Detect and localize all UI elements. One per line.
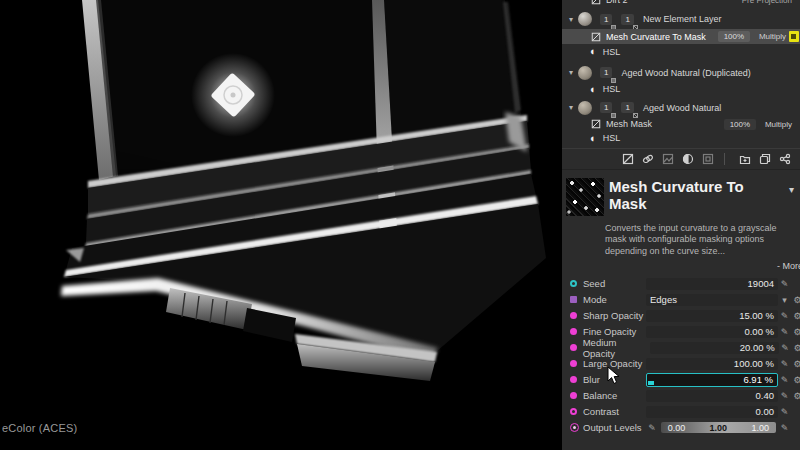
param-row-large-opacity: Large Opacity 100.00 % ✎ ⚙ [562, 356, 800, 372]
magenta-dot-icon [570, 376, 583, 383]
link-icon[interactable] [638, 153, 658, 165]
magenta-ring-icon [570, 408, 583, 415]
gear-icon[interactable]: ⚙ [791, 359, 800, 369]
expand-triangle-icon[interactable]: ▾ [569, 103, 578, 112]
levels-high[interactable]: 1.00 [751, 423, 769, 433]
viewport-3d[interactable]: eColor (ACES) [0, 0, 562, 450]
seed-value-field[interactable]: 19004 [646, 278, 778, 290]
layer-row-aged-wood-duplicated[interactable]: ▾ 1 Aged Wood Natural (Duplicated) [562, 63, 800, 82]
gear-icon[interactable]: ⚙ [791, 311, 800, 321]
colorspace-label: eColor (ACES) [2, 422, 77, 434]
selection-marker-icon[interactable] [789, 31, 799, 42]
layer-row-hsl[interactable]: ◐ HSL [562, 131, 800, 145]
gear-icon[interactable]: ⚙ [791, 343, 800, 353]
sphere-thumbnail[interactable] [578, 12, 592, 26]
mask-count-badge[interactable]: 1 [621, 14, 633, 25]
blend-mode[interactable]: Multiply [759, 32, 786, 41]
levels-mid[interactable]: 1.00 [710, 423, 728, 433]
layer-label: HSL [603, 47, 621, 57]
modifier-thumbnail[interactable] [566, 178, 604, 216]
pencil-icon[interactable]: ✎ [779, 343, 792, 353]
purple-square-icon [570, 296, 583, 303]
layer-row-mesh-curvature-to-mask[interactable]: Mesh Curvature To Mask 100% Multiply [562, 29, 800, 44]
balance-field[interactable]: 0.40 [646, 390, 778, 402]
pencil-icon[interactable]: ✎ [778, 391, 791, 401]
pencil-icon[interactable]: ✎ [778, 359, 791, 369]
element-count-badge[interactable]: 1 [600, 102, 612, 113]
share-icon[interactable] [775, 153, 795, 165]
texturing-app-window: eColor (ACES) Dirt 2 Pre Projection ▾ 1 … [0, 0, 800, 450]
half-circle-icon: ◐ [590, 133, 597, 144]
gear-icon[interactable]: ⚙ [791, 375, 800, 385]
pencil-icon[interactable]: ✎ [646, 423, 659, 433]
layer-row-hsl[interactable]: ◐ HSL [562, 44, 800, 59]
medium-opacity-field[interactable]: 20.00 % [650, 342, 779, 354]
param-label: Fine Opacity [583, 326, 636, 337]
element-count-badge[interactable]: 1 [600, 14, 612, 25]
pencil-icon[interactable]: ✎ [778, 375, 791, 385]
magenta-dot-icon [570, 312, 583, 319]
param-label: Contrast [583, 406, 619, 417]
param-label: Large Opacity [583, 358, 642, 369]
layer-label: New Element Layer [643, 14, 722, 24]
layer-row-mesh-mask[interactable]: Mesh Mask 100% Multiply [562, 117, 800, 131]
param-row-balance: Balance 0.40 ✎ ⚙ [562, 388, 800, 404]
blur-field-active[interactable]: 6.91 % [646, 373, 778, 387]
expand-triangle-icon[interactable]: ▾ [569, 15, 578, 24]
pencil-icon[interactable]: ✎ [778, 407, 791, 417]
layer-row-dirt2[interactable]: Dirt 2 Pre Projection [562, 0, 800, 7]
texture-icon[interactable] [698, 153, 718, 165]
chevron-down-icon[interactable]: ▾ [789, 184, 794, 195]
gear-icon[interactable]: ⚙ [791, 327, 800, 337]
toolbar-divider [724, 153, 725, 165]
magenta-target-icon [570, 423, 583, 432]
levels-low[interactable]: 0.00 [668, 423, 686, 433]
param-label: Blur [583, 374, 600, 385]
layer-row-aged-wood[interactable]: ▾ 1 1 Aged Wood Natural [562, 98, 800, 117]
param-label: Seed [583, 278, 605, 289]
gear-icon[interactable]: ⚙ [791, 391, 800, 401]
more-link[interactable]: - More [566, 261, 800, 271]
chevron-down-icon[interactable]: ▾ [778, 295, 791, 305]
pencil-icon[interactable]: ✎ [778, 423, 791, 433]
image-icon[interactable] [658, 153, 678, 165]
layer-opacity[interactable]: 100% [718, 31, 750, 42]
layer-stack: Dirt 2 Pre Projection ▾ 1 1 New Element … [562, 0, 800, 145]
sharp-opacity-field[interactable]: 15.00 % [646, 310, 778, 322]
mask-count-badge[interactable]: 1 [621, 102, 633, 113]
mask-icon [590, 119, 601, 130]
large-opacity-field[interactable]: 100.00 % [646, 358, 778, 370]
sphere-thumbnail[interactable] [578, 101, 592, 115]
param-row-sharp-opacity: Sharp Opacity 15.00 % ✎ ⚙ [562, 308, 800, 324]
element-count-badge[interactable]: 1 [600, 67, 612, 78]
sphere-thumbnail[interactable] [578, 66, 592, 80]
layer-label: Dirt 2 [606, 0, 628, 5]
mode-dropdown[interactable]: Edges [646, 294, 778, 306]
blend-mode[interactable]: Multiply [765, 120, 792, 129]
mask-icon[interactable] [618, 153, 638, 165]
fine-opacity-field[interactable]: 0.00 % [646, 326, 778, 338]
contrast-icon[interactable] [678, 153, 698, 165]
image-icon [590, 0, 601, 6]
pencil-icon[interactable]: ✎ [778, 279, 791, 289]
projection-label: Pre Projection [742, 0, 792, 5]
layer-opacity[interactable]: 100% [724, 119, 756, 130]
layer-label: Aged Wood Natural [643, 103, 721, 113]
parameter-list: Seed 19004 ✎ ⚙ Mode Edges ▾ ⚙ Sharp Opac… [562, 276, 800, 436]
magenta-dot-icon [570, 344, 583, 351]
param-row-medium-opacity: Medium Opacity 20.00 % ✎ ⚙ [562, 340, 800, 356]
layers-icon[interactable] [755, 153, 775, 165]
output-levels-slider[interactable]: 0.00 1.00 1.00 [661, 422, 776, 433]
layer-label: Mesh Mask [606, 119, 652, 129]
layer-row-hsl[interactable]: ◐ HSL [562, 82, 800, 96]
expand-triangle-icon[interactable]: ▾ [569, 68, 578, 77]
add-folder-icon[interactable] [735, 153, 755, 165]
pencil-icon[interactable]: ✎ [778, 311, 791, 321]
contrast-field[interactable]: 0.00 [646, 406, 778, 418]
magenta-dot-icon [570, 392, 583, 399]
gear-icon[interactable]: ⚙ [791, 295, 800, 305]
pencil-icon[interactable]: ✎ [778, 327, 791, 337]
param-label: Output Levels [583, 422, 642, 433]
layer-row-new-element[interactable]: ▾ 1 1 New Element Layer [562, 9, 800, 29]
layer-label: Mesh Curvature To Mask [606, 32, 706, 42]
